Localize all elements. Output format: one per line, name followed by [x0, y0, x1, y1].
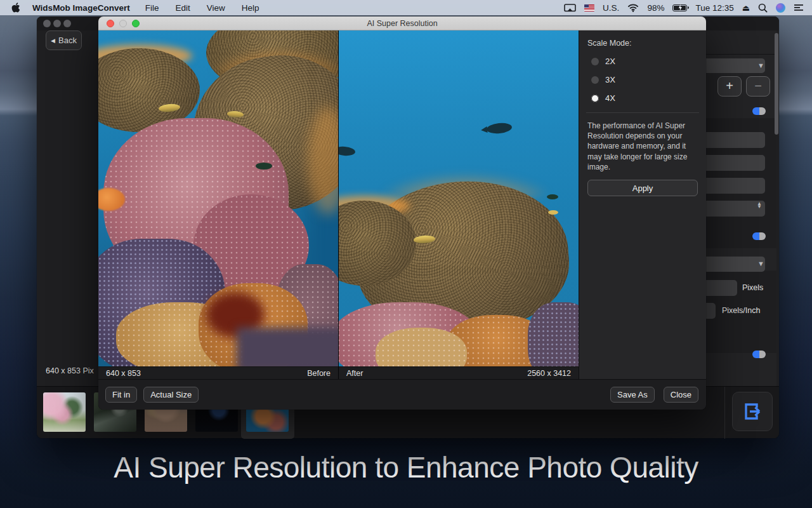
before-pane: 640 x 853 Before [98, 30, 338, 379]
menu-edit[interactable]: Edit [175, 3, 190, 13]
after-status-bar: After 2560 x 3412 [339, 366, 579, 379]
pixels-label: Pixels [742, 283, 763, 292]
after-size-label: 2560 x 3412 [527, 369, 571, 378]
before-size-label: 640 x 853 [106, 369, 141, 378]
scale-mode-label: Scale Mode: [587, 39, 698, 48]
menu-clock[interactable]: Tue 12:35 [695, 3, 733, 13]
menu-bar: WidsMob ImageConvert File Edit View Help… [0, 0, 812, 15]
siri-icon[interactable] [776, 3, 785, 13]
apple-menu-icon[interactable] [11, 3, 21, 13]
radio-icon[interactable] [591, 58, 599, 65]
dialog-title: AI Super Resolution [367, 19, 437, 28]
before-status-bar: 640 x 853 Before [98, 366, 338, 379]
app-menu-title[interactable]: WidsMob ImageConvert [32, 3, 130, 13]
desktop-wallpaper: WidsMob ImageConvert File Edit View Help… [0, 0, 812, 508]
fish [547, 194, 558, 199]
stepper-arrows-icon[interactable]: ▲▼ [757, 203, 762, 209]
menu-file[interactable]: File [145, 3, 159, 13]
actual-size-button[interactable]: Actual Size [143, 387, 199, 403]
dialog-close-button[interactable] [107, 20, 114, 27]
scale-option-4x[interactable]: 4X [587, 93, 698, 103]
screen-mirroring-icon[interactable] [564, 4, 576, 12]
before-label: Before [307, 369, 331, 378]
notification-center-icon[interactable] [794, 3, 804, 12]
spotlight-search-icon[interactable] [758, 3, 768, 13]
performance-note: The performance of AI Super Resolution d… [587, 121, 698, 172]
menu-help[interactable]: Help [242, 3, 259, 13]
scale-option-2x[interactable]: 2X [587, 57, 698, 66]
dialog-bottom-bar: Fit in Actual Size Save As Close [98, 379, 706, 410]
window-close-button[interactable] [43, 20, 51, 27]
after-image [339, 30, 579, 366]
wifi-icon[interactable] [627, 4, 639, 12]
after-label: After [346, 369, 363, 378]
ppi-label: Pixels/Inch [722, 306, 760, 315]
fish [548, 210, 558, 215]
battery-charging-icon[interactable] [672, 4, 687, 11]
panel-toggle-3[interactable] [752, 351, 766, 358]
dialog-minimize-button [119, 20, 127, 27]
apply-button[interactable]: Apply [587, 180, 698, 196]
before-image [98, 30, 338, 366]
export-button[interactable] [732, 392, 773, 431]
image-size-status: 640 x 853 Pix [46, 366, 94, 375]
scale-option-3x[interactable]: 3X [587, 75, 698, 84]
window-minimize-button[interactable] [53, 20, 61, 27]
back-chevron-icon: ◀ [51, 37, 55, 44]
menu-view[interactable]: View [207, 3, 225, 13]
save-as-button[interactable]: Save As [610, 387, 655, 403]
thumbnail-cherry-blossom[interactable] [43, 392, 86, 432]
page-caption: AI Super Resolution to Enhance Photo Qua… [0, 450, 812, 485]
back-button[interactable]: ◀ Back [46, 30, 82, 50]
chevron-down-icon: ▼ [757, 62, 764, 69]
window-zoom-button[interactable] [63, 20, 71, 27]
radio-icon[interactable] [591, 76, 599, 84]
battery-percent-label: 98% [647, 3, 664, 13]
fish [339, 146, 356, 157]
back-button-label: Back [58, 36, 77, 45]
fit-in-button[interactable]: Fit in [105, 387, 137, 403]
dialog-titlebar[interactable]: AI Super Resolution [98, 17, 706, 30]
fish [486, 122, 512, 135]
remove-button[interactable]: − [746, 76, 770, 97]
panel-scrollbar[interactable] [775, 33, 778, 135]
dialog-zoom-button[interactable] [132, 20, 140, 27]
eject-icon[interactable]: ⏏ [742, 4, 750, 12]
radio-icon[interactable] [591, 95, 599, 102]
ai-super-resolution-dialog: AI Super Resolution [98, 17, 706, 410]
after-pane: After 2560 x 3412 [339, 30, 579, 379]
export-icon [741, 400, 764, 423]
panel-toggle-1[interactable] [752, 107, 766, 115]
input-source-label[interactable]: U.S. [603, 3, 619, 13]
close-button[interactable]: Close [664, 387, 698, 403]
add-button[interactable]: + [717, 76, 742, 97]
scale-options-panel: Scale Mode: 2X 3X 4X The performance of … [579, 30, 706, 379]
fish [256, 163, 272, 170]
chevron-down-icon: ▼ [757, 260, 764, 267]
input-source-flag-icon[interactable] [584, 4, 594, 11]
panel-toggle-2[interactable] [752, 232, 766, 240]
